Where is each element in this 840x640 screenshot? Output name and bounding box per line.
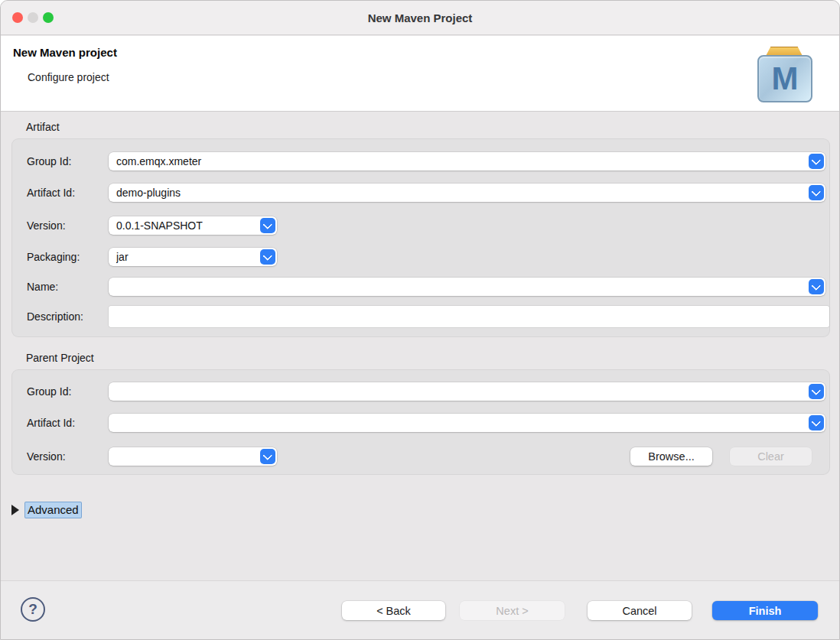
- parent-version-label: Version:: [27, 447, 66, 466]
- artifact-packaging-combo: [109, 248, 277, 266]
- back-button[interactable]: < Back: [342, 601, 445, 620]
- artifact-packaging-input[interactable]: [109, 248, 259, 266]
- next-button[interactable]: Next >: [460, 601, 565, 620]
- clear-button[interactable]: Clear: [730, 447, 812, 466]
- parent-version-input[interactable]: [109, 447, 259, 466]
- artifact-name-input[interactable]: [109, 278, 807, 296]
- parent-version-combo: [109, 447, 277, 466]
- parent-section-title: Parent Project: [26, 352, 94, 364]
- browse-button[interactable]: Browse...: [630, 447, 712, 466]
- artifact-description-input[interactable]: [109, 306, 829, 327]
- artifact-artifact-id-input[interactable]: [109, 184, 807, 202]
- parent-group-id-label: Group Id:: [27, 382, 71, 401]
- artifact-groupbox: Group Id: Artifact Id: Version: Packagin…: [11, 138, 830, 337]
- parent-artifact-id-input[interactable]: [109, 414, 807, 432]
- artifact-artifact-id-combo: [109, 184, 825, 202]
- maven-folder-icon: M: [755, 45, 815, 103]
- artifact-section-title: Artifact: [26, 121, 60, 133]
- footer-bar: ? < Back Next > Cancel Finish: [1, 580, 839, 640]
- artifact-artifact-id-label: Artifact Id:: [27, 184, 75, 202]
- parent-group-id-combo: [109, 382, 825, 401]
- artifact-version-dropdown-icon[interactable]: [260, 218, 275, 233]
- artifact-name-dropdown-icon[interactable]: [809, 279, 824, 294]
- maven-folder-body: M: [757, 55, 812, 102]
- parent-artifact-id-combo: [109, 414, 825, 432]
- artifact-name-combo: [109, 278, 825, 296]
- maven-letter: M: [772, 63, 799, 95]
- cancel-button[interactable]: Cancel: [588, 601, 692, 620]
- artifact-description-label: Description:: [27, 307, 83, 326]
- finish-button[interactable]: Finish: [712, 601, 818, 620]
- artifact-version-label: Version:: [27, 216, 66, 235]
- advanced-toggle[interactable]: Advanced: [24, 502, 82, 518]
- artifact-packaging-label: Packaging:: [27, 248, 80, 266]
- artifact-description-field: [109, 306, 829, 327]
- parent-group-id-input[interactable]: [109, 382, 807, 401]
- advanced-disclosure-triangle-icon[interactable]: [11, 505, 19, 515]
- parent-artifact-id-dropdown-icon[interactable]: [809, 415, 824, 430]
- titlebar: New Maven Project: [1, 1, 839, 35]
- parent-version-dropdown-icon[interactable]: [260, 449, 275, 464]
- wizard-header: New Maven project Configure project M: [1, 36, 839, 112]
- parent-groupbox: Group Id: Artifact Id: Version: Browse..…: [11, 369, 830, 475]
- parent-group-id-dropdown-icon[interactable]: [809, 384, 824, 399]
- help-button[interactable]: ?: [21, 597, 45, 622]
- artifact-version-combo: [109, 216, 277, 235]
- artifact-group-id-input[interactable]: [109, 152, 807, 171]
- window-title: New Maven Project: [1, 1, 839, 35]
- artifact-group-id-label: Group Id:: [27, 152, 71, 171]
- artifact-version-input[interactable]: [109, 216, 259, 235]
- artifact-packaging-dropdown-icon[interactable]: [260, 249, 275, 265]
- artifact-name-label: Name:: [27, 278, 58, 296]
- wizard-subtitle: Configure project: [28, 71, 109, 83]
- parent-artifact-id-label: Artifact Id:: [27, 414, 75, 432]
- wizard-title: New Maven project: [13, 46, 117, 59]
- new-maven-project-dialog: New Maven Project New Maven project Conf…: [0, 0, 840, 640]
- artifact-group-id-combo: [109, 152, 825, 171]
- artifact-group-id-dropdown-icon[interactable]: [809, 154, 824, 169]
- artifact-artifact-id-dropdown-icon[interactable]: [809, 185, 824, 200]
